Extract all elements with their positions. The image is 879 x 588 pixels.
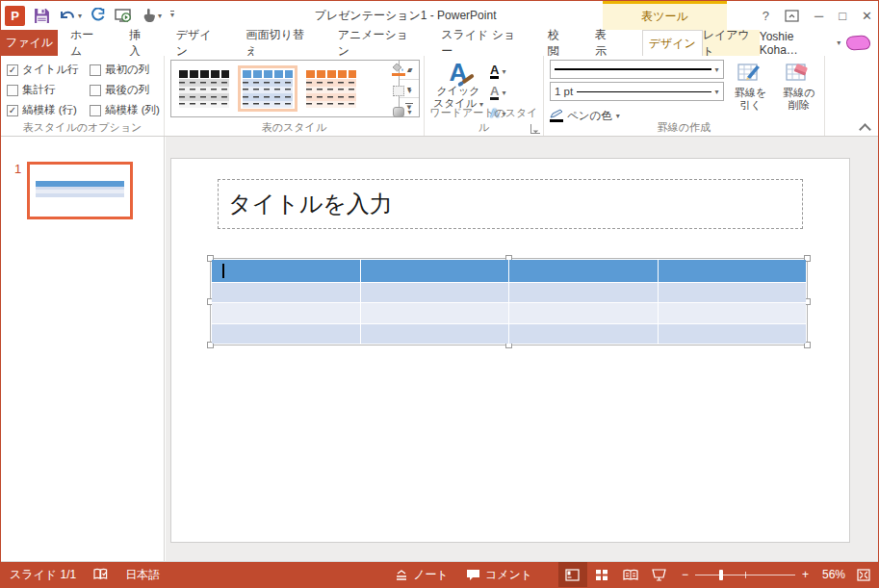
save-button[interactable] <box>34 8 50 24</box>
zoom-slider[interactable] <box>695 570 795 580</box>
checkbox-box[interactable] <box>7 85 18 96</box>
table-cell[interactable] <box>361 283 509 302</box>
table-cell[interactable] <box>212 324 360 344</box>
checkbox-box[interactable]: ✓ <box>7 105 18 116</box>
pen-color-dropdown-arrow[interactable]: ▾ <box>616 112 620 120</box>
slideshow-view-button[interactable] <box>645 562 674 587</box>
slide-1-thumbnail[interactable] <box>27 162 133 219</box>
pen-style-combobox[interactable]: ▾ <box>550 60 724 79</box>
touch-mode-dropdown-arrow[interactable]: ▾ <box>158 12 162 20</box>
slide-table[interactable] <box>212 260 806 344</box>
table-style-orange[interactable] <box>301 65 361 112</box>
table-cell[interactable] <box>509 303 658 322</box>
shading-button[interactable]: ▾ <box>387 60 418 79</box>
borders-button[interactable]: ▾ <box>387 81 418 100</box>
checkbox-box[interactable] <box>90 64 101 76</box>
checkbox-box[interactable] <box>90 105 101 116</box>
wordart-dialog-launcher[interactable] <box>530 124 540 134</box>
tab-insert[interactable]: 挿入 <box>116 30 164 56</box>
collapse-ribbon-button[interactable] <box>861 122 868 130</box>
slide-sorter-view-button[interactable] <box>587 562 616 587</box>
undo-button[interactable]: ▾ <box>59 8 82 23</box>
table-header-cell[interactable] <box>212 260 360 282</box>
draw-table-button[interactable]: 罫線を引く <box>730 60 772 125</box>
tab-animations[interactable]: アニメーション <box>325 30 429 56</box>
borders-dropdown-arrow[interactable]: ▾ <box>407 87 411 95</box>
checkbox-banded-rows[interactable]: ✓ 縞模様 (行) <box>7 103 90 117</box>
table-header-cell[interactable] <box>361 260 509 282</box>
tab-transitions[interactable]: 画面切り替え <box>234 30 325 56</box>
reading-view-button[interactable] <box>616 562 645 587</box>
table-cell[interactable] <box>509 283 658 302</box>
customize-qat-button[interactable]: ▾ <box>170 11 174 20</box>
close-button[interactable]: ✕ <box>862 9 872 23</box>
powerpoint-app-icon[interactable]: P <box>5 6 25 26</box>
tab-view[interactable]: 表示 <box>582 30 630 56</box>
table-cell[interactable] <box>361 303 509 322</box>
account-area[interactable]: Yoshie Koha… ▾ <box>760 30 878 56</box>
zoom-slider-thumb[interactable] <box>719 570 723 580</box>
checkbox-header-row[interactable]: ✓ タイトル行 <box>7 63 90 77</box>
fit-to-window-button[interactable] <box>849 562 878 587</box>
zoom-out-button[interactable]: − <box>682 568 688 581</box>
start-slideshow-icon <box>115 8 133 23</box>
checkbox-box[interactable]: ✓ <box>7 64 18 76</box>
table-cell[interactable] <box>509 324 658 344</box>
shading-dropdown-arrow[interactable]: ▾ <box>408 65 412 74</box>
text-fill-dropdown-arrow[interactable]: ▾ <box>502 67 505 76</box>
tab-design[interactable]: デザイン <box>164 30 234 56</box>
tab-file[interactable]: ファイル <box>1 30 58 56</box>
slide-thumbnail-panel: 1 <box>1 137 165 561</box>
account-dropdown-arrow[interactable]: ▾ <box>837 38 840 47</box>
effects-dropdown-arrow[interactable]: ▾ <box>407 108 411 116</box>
ribbon-display-options-button[interactable] <box>785 10 799 22</box>
maximize-button[interactable]: □ <box>839 9 846 23</box>
tab-table-tools-design[interactable]: デザイン <box>642 30 703 56</box>
text-outline-button[interactable]: A ▾ <box>490 83 505 102</box>
title-placeholder[interactable]: タイトルを入力 <box>218 179 803 229</box>
pen-weight-combobox[interactable]: 1 pt ▾ <box>550 82 724 101</box>
zoom-percentage[interactable]: 56% <box>816 568 849 581</box>
normal-view-button[interactable] <box>558 562 587 587</box>
help-button[interactable]: ? <box>763 9 769 23</box>
zoom-control: − + <box>674 568 816 581</box>
redo-button[interactable] <box>90 8 106 23</box>
effects-button[interactable]: ▾ <box>387 102 418 121</box>
language-indicator[interactable]: 日本語 <box>116 562 168 587</box>
eraser-label: 罫線の削除 <box>778 87 820 112</box>
table-header-cell[interactable] <box>659 260 807 282</box>
table-cell[interactable] <box>361 324 509 344</box>
eraser-button[interactable]: 罫線の削除 <box>778 60 820 125</box>
spell-check-button[interactable] <box>85 562 116 587</box>
notes-button[interactable]: ノート <box>386 562 457 587</box>
table-cell[interactable] <box>212 283 360 302</box>
comments-button[interactable]: コメント <box>457 562 541 587</box>
user-avatar[interactable] <box>846 35 871 51</box>
undo-dropdown-arrow[interactable]: ▾ <box>78 12 82 20</box>
tab-review[interactable]: 校閲 <box>535 30 582 56</box>
pen-style-dropdown-arrow[interactable]: ▾ <box>715 65 719 74</box>
text-outline-dropdown-arrow[interactable]: ▾ <box>502 89 505 97</box>
slide-canvas[interactable]: タイトルを入力 <box>170 158 850 543</box>
table-style-dark[interactable] <box>174 65 234 112</box>
checkbox-banded-columns[interactable]: 縞模様 (列) <box>90 103 165 117</box>
table-cell[interactable] <box>659 283 807 302</box>
start-from-beginning-button[interactable] <box>115 8 133 23</box>
checkbox-last-column[interactable]: 最後の列 <box>90 83 165 97</box>
checkbox-total-row[interactable]: 集計行 <box>7 83 90 97</box>
table-cell[interactable] <box>212 303 360 322</box>
checkbox-first-column[interactable]: 最初の列 <box>90 63 165 77</box>
checkbox-box[interactable] <box>90 85 101 96</box>
table-cell[interactable] <box>659 324 807 344</box>
table-header-cell[interactable] <box>509 260 658 282</box>
tab-home[interactable]: ホーム <box>58 30 116 56</box>
text-fill-button[interactable]: A ▾ <box>490 62 505 81</box>
table-cell[interactable] <box>659 303 807 322</box>
tab-table-tools-layout[interactable]: レイアウト <box>703 30 760 56</box>
pen-weight-dropdown-arrow[interactable]: ▾ <box>715 88 719 96</box>
tab-slideshow[interactable]: スライド ショー <box>428 30 535 56</box>
table-style-blue[interactable] <box>238 65 297 112</box>
touch-mouse-mode-button[interactable]: ▾ <box>142 8 162 23</box>
zoom-in-button[interactable]: + <box>802 568 809 581</box>
minimize-button[interactable]: ─ <box>814 9 823 23</box>
